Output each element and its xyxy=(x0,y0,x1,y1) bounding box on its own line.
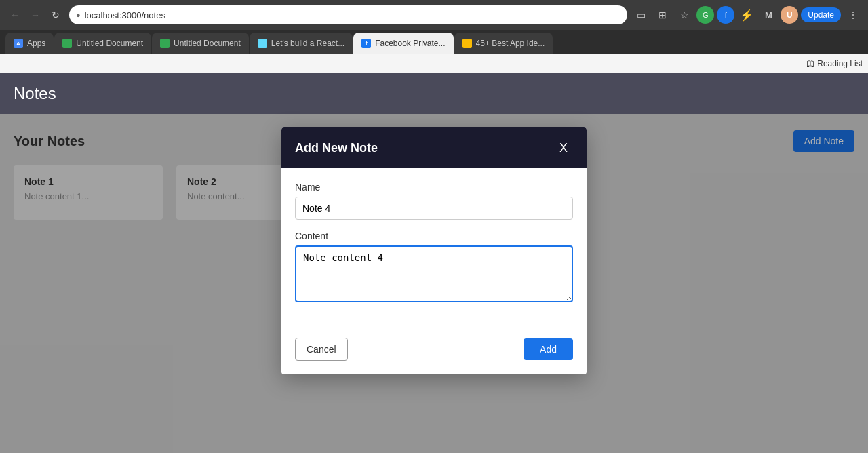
reading-list-label: Reading List xyxy=(817,59,863,68)
tab-facebook[interactable]: f Facebook Private... xyxy=(353,33,453,54)
tab-untitled1[interactable]: Untitled Document xyxy=(54,33,151,54)
tab-apps2-label: 45+ Best App Ide... xyxy=(476,39,545,48)
tab-facebook-label: Facebook Private... xyxy=(375,39,445,48)
medium-icon[interactable]: M xyxy=(759,5,778,24)
page: Notes Your Notes Add Note Note 1 Note co… xyxy=(0,73,868,453)
security-icon: ● xyxy=(76,11,81,19)
name-input[interactable] xyxy=(295,197,573,220)
tab-untitled1-label: Untitled Document xyxy=(76,39,143,48)
fb-favicon: f xyxy=(361,39,371,48)
content-textarea[interactable]: Note content 4 xyxy=(295,245,573,302)
back-button[interactable]: ← xyxy=(5,5,24,24)
modal-body: Name Content Note content 4 xyxy=(281,168,587,330)
refresh-button[interactable]: ↻ xyxy=(46,5,65,24)
content-label: Content xyxy=(295,231,573,241)
user-avatar[interactable]: U xyxy=(781,6,798,24)
menu-button[interactable]: ⋮ xyxy=(844,5,863,24)
page-title: Notes xyxy=(14,84,56,103)
tab-untitled2[interactable]: Untitled Document xyxy=(152,33,249,54)
modal-footer: Cancel Add xyxy=(281,330,587,374)
browser-chrome: ← → ↻ ● localhost:3000/notes ▭ ⊞ ☆ G f ⚡… xyxy=(0,0,868,73)
modal-overlay: Add New Note X Name Content Note content… xyxy=(0,114,868,453)
tab-react-label: Let's build a React... xyxy=(271,39,344,48)
bookmark-button[interactable]: ☆ xyxy=(675,5,694,24)
update-button[interactable]: Update xyxy=(801,7,841,22)
tab-apps[interactable]: A Apps xyxy=(5,33,54,54)
address-bar[interactable]: ● localhost:3000/notes xyxy=(69,5,627,24)
bookmarks-bar: 🕮 Reading List xyxy=(0,54,868,73)
page-header: Notes xyxy=(0,73,868,114)
url-text: localhost:3000/notes xyxy=(85,10,165,20)
cast-button[interactable]: ▭ xyxy=(631,5,650,24)
tab-untitled2-label: Untitled Document xyxy=(174,39,241,48)
untitled1-favicon xyxy=(62,39,72,48)
tabs-bar: A Apps Untitled Document Untitled Docume… xyxy=(0,30,868,54)
browser-actions: ▭ ⊞ ☆ G f ⚡ M U Update ⋮ xyxy=(631,5,863,24)
reading-list-icon: 🕮 xyxy=(806,59,814,68)
add-button[interactable]: Add xyxy=(524,338,573,360)
tab-react[interactable]: Let's build a React... xyxy=(250,33,353,54)
tab-apps-label: Apps xyxy=(27,39,45,48)
extensions-button[interactable]: ⚡ xyxy=(737,5,756,24)
modal-close-button[interactable]: X xyxy=(554,138,573,157)
apps2-favicon xyxy=(462,39,472,48)
react-favicon xyxy=(258,39,267,48)
tab-apps2[interactable]: 45+ Best App Ide... xyxy=(454,33,553,54)
nav-buttons: ← → ↻ xyxy=(5,5,65,24)
add-note-modal: Add New Note X Name Content Note content… xyxy=(281,127,587,374)
apps-favicon: A xyxy=(14,39,23,48)
browser-toolbar: ← → ↻ ● localhost:3000/notes ▭ ⊞ ☆ G f ⚡… xyxy=(0,0,868,30)
untitled2-favicon xyxy=(160,39,170,48)
profile-icon-green[interactable]: G xyxy=(696,6,714,24)
profile-icon-blue[interactable]: f xyxy=(717,6,734,24)
page-body: Your Notes Add Note Note 1 Note content … xyxy=(0,114,868,453)
apps-button[interactable]: ⊞ xyxy=(653,5,672,24)
content-form-group: Content Note content 4 xyxy=(295,231,573,305)
modal-title: Add New Note xyxy=(295,141,378,155)
name-label: Name xyxy=(295,182,573,193)
modal-header: Add New Note X xyxy=(281,127,587,168)
reading-list-button[interactable]: 🕮 Reading List xyxy=(806,59,863,68)
cancel-button[interactable]: Cancel xyxy=(295,338,348,361)
name-form-group: Name xyxy=(295,182,573,220)
forward-button[interactable]: → xyxy=(26,5,45,24)
